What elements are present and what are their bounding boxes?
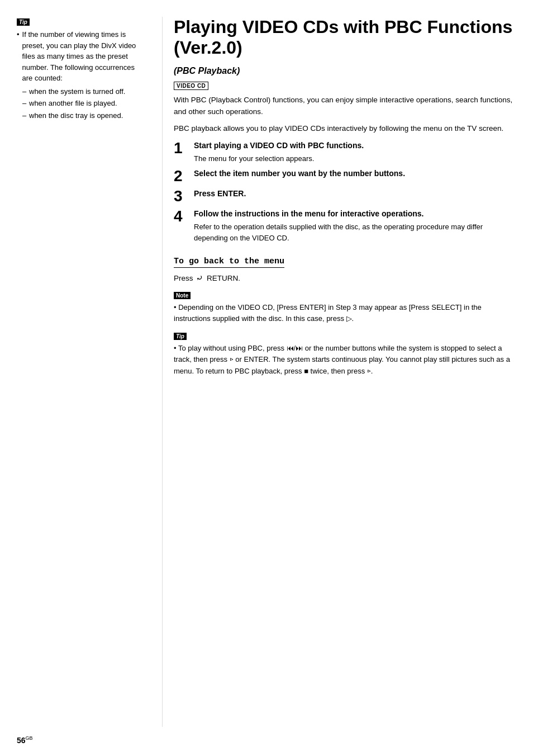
tip-section-right: Tip • To play without using PBC, press ⏮… <box>174 331 516 376</box>
step-heading-3: Press ENTER. <box>194 188 516 200</box>
return-word: RETURN. <box>207 274 240 282</box>
step-number-3: 3 <box>174 188 194 204</box>
step-content-2: Select the item number you want by the n… <box>194 168 516 181</box>
note-text-content: Depending on the VIDEO CD, [Press ENTER]… <box>174 303 482 323</box>
step-2: 2 Select the item number you want by the… <box>174 168 516 184</box>
step-content-1: Start playing a VIDEO CD with PBC functi… <box>194 140 516 164</box>
content-area: Tip • If the number of viewing times is … <box>0 0 533 727</box>
page-footer: 56GB <box>0 727 533 756</box>
step-content-4: Follow the instructions in the menu for … <box>194 209 516 243</box>
step-3: 3 Press ENTER. <box>174 188 516 204</box>
step-desc-4: Refer to the operation details supplied … <box>194 221 516 243</box>
step-number-4: 4 <box>174 209 194 224</box>
list-item: when the disc tray is opened. <box>22 110 145 121</box>
list-item: when another file is played. <box>22 98 145 109</box>
step-desc-1: The menu for your selection appears. <box>194 153 516 164</box>
left-tip-content: • If the number of viewing times is pres… <box>17 29 145 121</box>
left-tip-bullets: when the system is turned off. when anot… <box>22 86 145 121</box>
left-tip-main-text: If the number of viewing times is preset… <box>22 29 145 84</box>
note-badge: Note <box>174 292 191 299</box>
step-number-2: 2 <box>174 168 194 184</box>
step-4: 4 Follow the instructions in the menu fo… <box>174 209 516 243</box>
return-text-prefix: Press <box>174 274 193 282</box>
step-heading-4: Follow the instructions in the menu for … <box>194 209 516 220</box>
subsection-title: To go back to the menu <box>174 257 284 268</box>
page-title: Playing VIDEO CDs with PBC Functions (Ve… <box>174 17 516 58</box>
left-tip-intro: • If the number of viewing times is pres… <box>17 29 145 84</box>
tip2-text: To play without using PBC, press ⏮/⏭ or … <box>174 344 510 375</box>
step-number-1: 1 <box>174 140 194 156</box>
note-bullet: • <box>174 303 178 311</box>
tip2-body: • To play without using PBC, press ⏮/⏭ o… <box>174 343 516 376</box>
note-box: Note • Depending on the VIDEO CD, [Press… <box>174 290 516 324</box>
page-superscript: GB <box>26 735 33 741</box>
return-instruction: Press ⤾ RETURN. <box>174 271 516 285</box>
left-column: Tip • If the number of viewing times is … <box>17 17 162 727</box>
note-content: • Depending on the VIDEO CD, [Press ENTE… <box>174 302 516 324</box>
step-content-3: Press ENTER. <box>194 188 516 201</box>
bullet-dot: • <box>17 29 20 84</box>
videocd-badge: VIDEO CD <box>174 82 208 90</box>
step-heading-1: Start playing a VIDEO CD with PBC functi… <box>194 140 516 152</box>
tip-badge-right: Tip <box>174 333 187 340</box>
steps-list: 1 Start playing a VIDEO CD with PBC func… <box>174 140 516 243</box>
step-heading-2: Select the item number you want by the n… <box>194 168 516 179</box>
tip-badge-left: Tip <box>17 18 30 26</box>
page-number: 56GB <box>17 735 33 745</box>
list-item: when the system is turned off. <box>22 86 145 97</box>
right-column: Playing VIDEO CDs with PBC Functions (Ve… <box>162 17 516 727</box>
page-number-value: 56 <box>17 736 26 745</box>
tip2-bullet: • <box>174 344 178 352</box>
intro-paragraph-2: PBC playback allows you to play VIDEO CD… <box>174 123 516 135</box>
step-1: 1 Start playing a VIDEO CD with PBC func… <box>174 140 516 164</box>
page-container: Tip • If the number of viewing times is … <box>0 0 533 756</box>
section-subtitle: (PBC Playback) <box>174 66 516 76</box>
return-symbol-icon: ⤾ <box>196 273 203 282</box>
intro-paragraph-1: With PBC (Playback Control) functions, y… <box>174 94 516 118</box>
